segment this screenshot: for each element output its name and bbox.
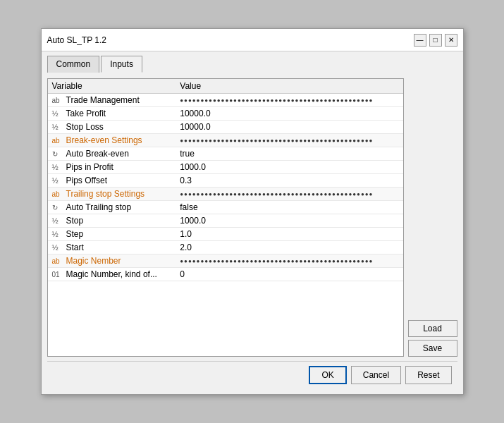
table-row[interactable]: ½Step1.0 bbox=[48, 228, 403, 241]
table-row[interactable]: ½Start2.0 bbox=[48, 241, 403, 255]
row-prefix: ½ bbox=[52, 230, 63, 238]
row-variable-name: Auto Trailing stop bbox=[66, 202, 132, 212]
window-title: Auto SL_TP 1.2 bbox=[47, 35, 107, 45]
table-row[interactable]: ½Stop Loss10000.0 bbox=[48, 121, 403, 134]
table-row[interactable]: abBreak-even Settings●●●●●●●●●●●●●●●●●●●… bbox=[48, 134, 403, 147]
tab-inputs[interactable]: Inputs bbox=[101, 56, 142, 73]
save-button[interactable]: Save bbox=[408, 340, 457, 357]
row-prefix: 01 bbox=[52, 271, 63, 278]
row-value[interactable]: 10000.0 bbox=[176, 121, 402, 134]
load-button[interactable]: Load bbox=[408, 320, 457, 337]
window-controls: — □ ✕ bbox=[414, 34, 457, 47]
row-prefix: ½ bbox=[52, 109, 63, 118]
table-row[interactable]: ↻Auto Break-eventrue bbox=[48, 147, 403, 161]
tab-content: Variable Value abTrade Management●●●●●●●… bbox=[42, 73, 463, 394]
row-variable-name: Take Profit bbox=[66, 109, 106, 118]
inputs-table: Variable Value abTrade Management●●●●●●●… bbox=[48, 79, 403, 281]
row-value[interactable]: true bbox=[176, 147, 402, 161]
col-value: Value bbox=[176, 79, 402, 94]
table-row[interactable]: 01Magic Number, kind of...0 bbox=[48, 268, 403, 281]
table-row[interactable]: ½Stop1000.0 bbox=[48, 214, 403, 228]
tab-common[interactable]: Common bbox=[47, 56, 100, 73]
row-variable-name: Magic Number, kind of... bbox=[66, 269, 157, 279]
table-row[interactable]: ½Pips in Profit1000.0 bbox=[48, 161, 403, 174]
row-prefix: ab bbox=[52, 137, 63, 145]
row-value[interactable]: 1.0 bbox=[176, 228, 402, 241]
row-prefix: ↻ bbox=[52, 204, 63, 212]
table-row[interactable]: abTrade Management●●●●●●●●●●●●●●●●●●●●●●… bbox=[48, 94, 403, 107]
row-variable-name: Start bbox=[66, 243, 84, 252]
tab-bar: Common Inputs bbox=[42, 51, 463, 73]
row-value[interactable]: 2.0 bbox=[176, 241, 402, 255]
row-prefix: ab bbox=[52, 190, 63, 198]
row-prefix: ½ bbox=[52, 243, 63, 252]
row-value[interactable]: 1000.0 bbox=[176, 214, 402, 228]
row-variable-name: Trailing stop Settings bbox=[66, 189, 145, 199]
row-value[interactable]: ●●●●●●●●●●●●●●●●●●●●●●●●●●●●●●●●●●●●●●●●… bbox=[176, 188, 402, 201]
row-value[interactable]: ●●●●●●●●●●●●●●●●●●●●●●●●●●●●●●●●●●●●●●●●… bbox=[176, 94, 402, 107]
row-value[interactable]: 0 bbox=[176, 268, 402, 281]
row-prefix: ↻ bbox=[52, 150, 63, 158]
table-header-row: Variable Value bbox=[48, 79, 403, 94]
row-variable-name: Break-even Settings bbox=[66, 135, 142, 145]
row-variable-name: Pips in Profit bbox=[66, 162, 113, 172]
table-row[interactable]: ½Pips Offset0.3 bbox=[48, 174, 403, 188]
minimize-button[interactable]: — bbox=[414, 34, 426, 47]
table-row[interactable]: abTrailing stop Settings●●●●●●●●●●●●●●●●… bbox=[48, 188, 403, 201]
row-variable-name: Auto Break-even bbox=[66, 149, 129, 159]
row-value[interactable]: 0.3 bbox=[176, 174, 402, 188]
bottom-bar: OK Cancel Reset bbox=[47, 361, 457, 388]
cancel-button[interactable]: Cancel bbox=[351, 366, 401, 384]
row-value[interactable]: false bbox=[176, 201, 402, 214]
row-prefix: ½ bbox=[52, 216, 63, 225]
row-value[interactable]: 1000.0 bbox=[176, 161, 402, 174]
row-value[interactable]: ●●●●●●●●●●●●●●●●●●●●●●●●●●●●●●●●●●●●●●●●… bbox=[176, 255, 402, 268]
side-buttons: Load Save bbox=[408, 78, 457, 357]
title-bar: Auto SL_TP 1.2 — □ ✕ bbox=[42, 29, 463, 51]
row-prefix: ½ bbox=[52, 176, 63, 185]
row-variable-name: Trade Management bbox=[66, 95, 140, 105]
row-variable-name: Pips Offset bbox=[66, 176, 107, 185]
row-variable-name: Stop Loss bbox=[66, 122, 104, 132]
table-row[interactable]: ½Take Profit10000.0 bbox=[48, 107, 403, 121]
col-variable: Variable bbox=[48, 79, 176, 94]
row-prefix: ½ bbox=[52, 123, 63, 131]
close-button[interactable]: ✕ bbox=[445, 34, 457, 47]
main-area: Variable Value abTrade Management●●●●●●●… bbox=[47, 78, 457, 357]
inputs-table-container: Variable Value abTrade Management●●●●●●●… bbox=[47, 78, 404, 357]
maximize-button[interactable]: □ bbox=[429, 34, 442, 47]
main-window: Auto SL_TP 1.2 — □ ✕ Common Inputs Varia… bbox=[41, 28, 464, 395]
row-variable-name: Stop bbox=[66, 216, 84, 226]
row-prefix: ab bbox=[52, 257, 63, 265]
row-prefix: ½ bbox=[52, 163, 63, 171]
row-variable-name: Step bbox=[66, 229, 84, 239]
reset-button[interactable]: Reset bbox=[405, 366, 451, 384]
row-prefix: ab bbox=[52, 97, 63, 104]
row-variable-name: Magic Nember bbox=[66, 256, 121, 266]
row-value[interactable]: 10000.0 bbox=[176, 107, 402, 121]
table-row[interactable]: ↻Auto Trailing stopfalse bbox=[48, 201, 403, 214]
table-row[interactable]: abMagic Nember●●●●●●●●●●●●●●●●●●●●●●●●●●… bbox=[48, 255, 403, 268]
row-value[interactable]: ●●●●●●●●●●●●●●●●●●●●●●●●●●●●●●●●●●●●●●●●… bbox=[176, 134, 402, 147]
ok-button[interactable]: OK bbox=[309, 366, 346, 384]
